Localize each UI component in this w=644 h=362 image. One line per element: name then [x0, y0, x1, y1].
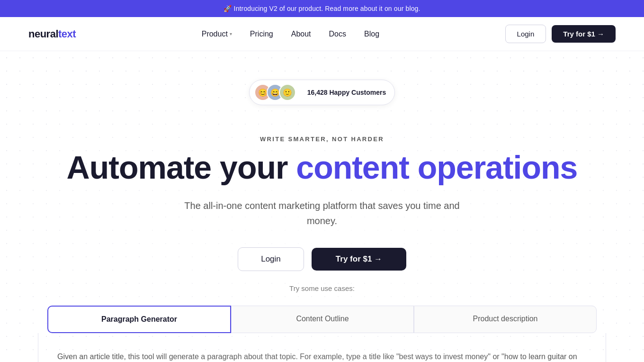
nav-pricing[interactable]: Pricing [242, 26, 281, 42]
nav-about[interactable]: About [284, 26, 319, 42]
nav-try-button[interactable]: Try for $1 → [552, 25, 616, 43]
logo[interactable]: neuraltext [28, 28, 76, 40]
announcement-bar: 🚀 Introducing V2 of our product. Read mo… [0, 0, 644, 17]
chevron-down-icon: ▾ [230, 31, 232, 36]
happy-customers-badge: 😊 😄 🙂 16,428 Happy Customers [249, 80, 395, 105]
navbar: neuraltext Product ▾ Pricing About Docs … [0, 17, 644, 51]
nav-links: Product ▾ Pricing About Docs Blog [194, 26, 387, 42]
headline-highlight: content operations [296, 149, 577, 185]
hero-eyebrow: WRITE SMARTER, NOT HARDER [28, 136, 616, 143]
badge-text: 16,428 Happy Customers [307, 89, 386, 96]
use-cases-label: Try some use cases: [28, 284, 616, 292]
hero-login-button[interactable]: Login [238, 247, 304, 271]
nav-login-button[interactable]: Login [505, 25, 546, 43]
tabs-row: Paragraph Generator Content Outline Prod… [47, 306, 597, 333]
nav-blog[interactable]: Blog [357, 26, 387, 42]
demo-text: Given an article title, this tool will g… [57, 350, 587, 362]
nav-docs[interactable]: Docs [322, 26, 354, 42]
avatar-group: 😊 😄 🙂 [254, 84, 296, 101]
hero-subtitle: The all-in-one content marketing platfor… [175, 198, 469, 228]
nav-product[interactable]: Product ▾ [194, 26, 240, 42]
tab-paragraph-generator[interactable]: Paragraph Generator [47, 306, 231, 333]
hero-headline: Automate your content operations [28, 150, 616, 185]
avatar: 🙂 [279, 84, 296, 101]
tab-product-description[interactable]: Product description [414, 306, 597, 333]
hero-section: 😊 😄 🙂 16,428 Happy Customers WRITE SMART… [0, 51, 644, 362]
nav-actions: Login Try for $1 → [505, 25, 616, 43]
headline-plain: Automate your [67, 149, 296, 185]
announcement-text: 🚀 Introducing V2 of our product. Read mo… [224, 5, 420, 12]
cta-group: Login Try for $1 → [28, 247, 616, 271]
hero-try-button[interactable]: Try for $1 → [312, 248, 406, 271]
tab-content-outline[interactable]: Content Outline [231, 306, 414, 333]
demo-content-area: Given an article title, this tool will g… [38, 333, 606, 362]
tabs-section: Paragraph Generator Content Outline Prod… [38, 306, 606, 333]
